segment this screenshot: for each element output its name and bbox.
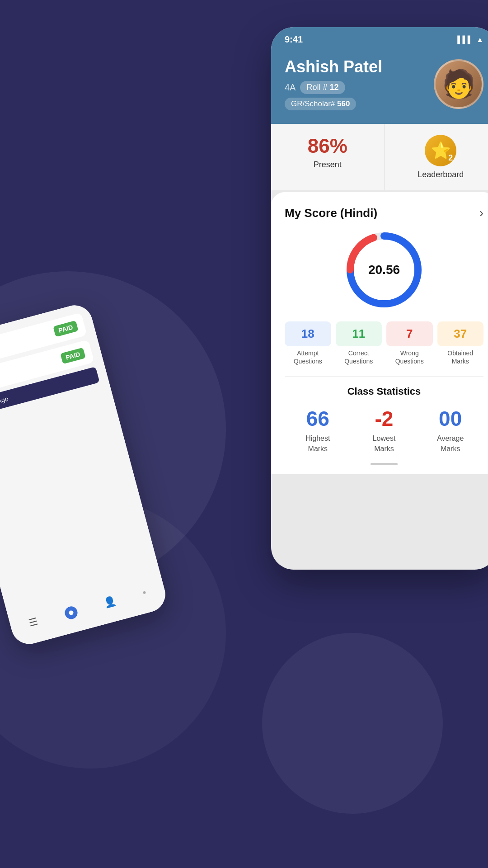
status-bar: 9:41 ▌▌▌ ▲ [271, 27, 488, 48]
gr-number: 560 [337, 99, 350, 108]
scroll-indicator [371, 463, 398, 465]
leaderboard-label: Leaderboard [394, 170, 488, 179]
wrong-questions-stat: 7 WrongQuestions [386, 321, 433, 365]
average-marks-label: AverageMarks [417, 434, 483, 454]
stats-row: 86% Present ⭐ 2 Leaderboard [271, 124, 488, 190]
obtained-marks-value: 37 [437, 321, 484, 346]
bg-decoration-3 [262, 633, 443, 814]
score-card: My Score (Hindi) › 20.56 18 Attem [271, 192, 488, 474]
class-stats-title: Class Statistics [285, 386, 483, 397]
highest-marks-label: HighestMarks [285, 434, 351, 454]
correct-questions-stat: 11 CorrectQuestions [336, 321, 382, 365]
leaderboard-badge: ⭐ 2 [425, 135, 456, 166]
roll-number: 12 [330, 83, 339, 92]
present-value: 86% [280, 135, 375, 157]
person-icon: 👤 [103, 594, 117, 610]
hamburger-icon: ☰ [28, 616, 40, 630]
class-stats-row: 66 HighestMarks -2 LowestMarks 00 Averag… [285, 406, 483, 454]
correct-questions-label: CorrectQuestions [336, 349, 382, 365]
question-stats: 18 AttemptQuestions 11 CorrectQuestions … [285, 321, 483, 365]
attempt-questions-label: AttemptQuestions [285, 349, 331, 365]
nav-dot [63, 605, 79, 620]
average-marks-stat: 00 AverageMarks [417, 406, 483, 454]
divider [285, 376, 483, 377]
roll-badge: Roll # 12 [300, 81, 345, 94]
present-label: Present [280, 160, 375, 170]
wrong-questions-value: 7 [386, 321, 433, 346]
main-phone: 9:41 ▌▌▌ ▲ Ashish Patel 4A Roll # 12 GR/… [271, 27, 488, 570]
close-button[interactable]: › [479, 206, 483, 220]
donut-score: 20.56 [368, 263, 400, 277]
profile-header: Ashish Patel 4A Roll # 12 GR/Scholar# 56… [271, 48, 488, 124]
lowest-marks-label: LowestMarks [351, 434, 418, 454]
dot-icon: • [141, 586, 148, 599]
donut-chart: 20.56 [343, 229, 425, 311]
obtained-marks-label: ObtainedMarks [437, 349, 484, 365]
star-icon: ⭐ [431, 141, 451, 160]
days-ago-label: Days Ago [0, 395, 9, 409]
score-card-title: My Score (Hindi) [285, 206, 377, 220]
leaderboard-card: ⭐ 2 Leaderboard [385, 124, 488, 190]
paid-badge: PAID [60, 348, 86, 364]
profile-name: Ashish Patel [285, 57, 382, 76]
highest-marks-stat: 66 HighestMarks [285, 406, 351, 454]
profile-info: Ashish Patel 4A Roll # 12 GR/Scholar# 56… [285, 57, 382, 110]
paid-badge: PAID [53, 321, 79, 337]
status-time: 9:41 [285, 34, 303, 45]
obtained-marks-stat: 37 ObtainedMarks [437, 321, 484, 365]
correct-questions-value: 11 [336, 321, 382, 346]
wrong-questions-label: WrongQuestions [386, 349, 433, 365]
present-card: 86% Present [271, 124, 385, 190]
score-card-header: My Score (Hindi) › [285, 206, 483, 220]
status-icons: ▌▌▌ ▲ [457, 36, 483, 44]
lowest-marks-value: -2 [351, 406, 418, 431]
average-marks-value: 00 [417, 406, 483, 431]
attempt-questions-stat: 18 AttemptQuestions [285, 321, 331, 365]
profile-class-row: 4A Roll # 12 [285, 81, 382, 94]
leaderboard-rank: 2 [448, 153, 453, 163]
avatar-image: 🧑 [442, 68, 476, 100]
attempt-questions-value: 18 [285, 321, 331, 346]
signal-icon: ▌▌▌ [457, 36, 473, 44]
donut-container: 20.56 [285, 229, 483, 311]
lowest-marks-stat: -2 LowestMarks [351, 406, 418, 454]
avatar: 🧑 [434, 59, 483, 109]
gr-badge-container: GR/Scholar# 560 [285, 98, 382, 110]
profile-class: 4A [285, 82, 296, 93]
wifi-icon: ▲ [476, 36, 483, 44]
gr-badge: GR/Scholar# 560 [285, 98, 356, 110]
highest-marks-value: 66 [285, 406, 351, 431]
